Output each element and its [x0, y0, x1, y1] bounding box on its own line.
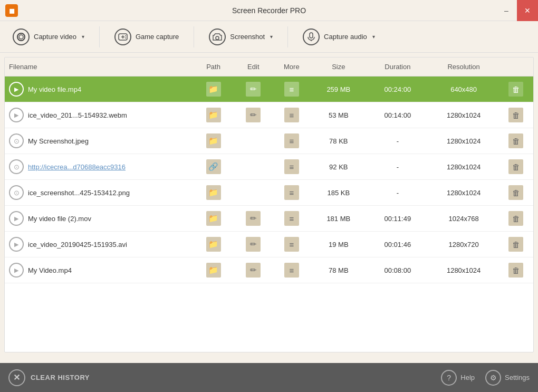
row-delete[interactable]: 🗑 [498, 180, 533, 206]
filename-text: My Screenshot.jpeg [28, 137, 89, 145]
row-more[interactable]: ≡ [273, 128, 311, 154]
row-path[interactable]: 🔗 [193, 154, 234, 180]
capture-audio-button[interactable]: Capture audio ▾ [295, 24, 382, 50]
close-button[interactable]: ✕ [517, 0, 538, 21]
capture-audio-label: Capture audio [324, 33, 367, 41]
play-icon[interactable]: ▶ [9, 82, 24, 97]
edit-icon[interactable]: ✏ [246, 82, 261, 97]
delete-icon[interactable]: 🗑 [508, 263, 523, 278]
capture-video-button[interactable]: Capture video ▾ [5, 24, 92, 50]
row-filename-group: ⊙ice_screenshot...425-153412.png [5, 180, 147, 205]
minimize-button[interactable]: – [496, 0, 517, 21]
row-path[interactable]: 📁 [193, 77, 234, 102]
file-table-container[interactable]: Filename Path Edit More Size Duration Re… [5, 58, 533, 352]
svg-point-7 [216, 36, 219, 40]
screenshot-button[interactable]: Screenshot ▾ [201, 24, 280, 50]
edit-icon[interactable]: ✏ [246, 108, 261, 122]
table-row[interactable]: ▶My video file (2).mov📁✏≡181 MB00:11:491… [5, 206, 533, 232]
title-bar: ◼ Screen Recorder PRO – ✕ [0, 0, 538, 21]
play-icon[interactable]: ▶ [9, 237, 24, 252]
table-row[interactable]: ▶My video file.mp4📁✏≡259 MB00:24:00640x4… [5, 77, 533, 102]
row-delete[interactable]: 🗑 [498, 128, 533, 154]
row-more[interactable]: ≡ [273, 77, 311, 102]
delete-icon[interactable]: 🗑 [508, 108, 523, 122]
row-delete[interactable]: 🗑 [498, 154, 533, 180]
row-edit[interactable] [234, 180, 273, 206]
row-path[interactable]: 📁 [193, 102, 234, 128]
table-row[interactable]: ▶ice_video_201...5-154932.webm📁✏≡53 MB00… [5, 102, 533, 128]
row-edit[interactable] [234, 128, 273, 154]
folder-icon[interactable]: 📁 [206, 263, 221, 278]
more-icon[interactable]: ≡ [284, 237, 299, 252]
help-button[interactable]: ? Help [441, 370, 475, 386]
row-more[interactable]: ≡ [273, 154, 311, 180]
more-icon[interactable]: ≡ [284, 82, 299, 97]
toolbar-sep-1 [99, 26, 100, 47]
table-row[interactable]: ⊙My Screenshot.jpeg📁≡78 KB-1280x1024🗑 [5, 128, 533, 154]
more-icon[interactable]: ≡ [284, 133, 299, 148]
row-path[interactable]: 📁 [193, 257, 234, 283]
row-size: 53 MB [311, 102, 366, 128]
row-delete[interactable]: 🗑 [498, 77, 533, 102]
settings-icon: ⚙ [485, 370, 501, 386]
folder-icon[interactable]: 📁 [206, 237, 221, 252]
row-edit[interactable]: ✏ [234, 206, 273, 232]
clear-history-label: CLEAR HISTORY [31, 374, 90, 381]
delete-icon[interactable]: 🗑 [508, 159, 523, 174]
more-icon[interactable]: ≡ [284, 108, 299, 122]
row-delete[interactable]: 🗑 [498, 102, 533, 128]
delete-icon[interactable]: 🗑 [508, 185, 523, 200]
play-icon[interactable]: ▶ [9, 108, 24, 122]
play-icon[interactable]: ▶ [9, 263, 24, 278]
more-icon[interactable]: ≡ [284, 185, 299, 200]
play-icon[interactable]: ▶ [9, 211, 24, 226]
row-path[interactable]: 📁 [193, 206, 234, 232]
row-delete[interactable]: 🗑 [498, 206, 533, 232]
link-icon[interactable]: 🔗 [206, 159, 221, 174]
folder-icon[interactable]: 📁 [206, 82, 221, 97]
more-icon[interactable]: ≡ [284, 159, 299, 174]
game-capture-label: Game capture [136, 33, 179, 41]
row-more[interactable]: ≡ [273, 180, 311, 206]
table-row[interactable]: ▶ice_video_20190425-151935.avi📁✏≡19 MB00… [5, 232, 533, 257]
delete-icon[interactable]: 🗑 [508, 211, 523, 226]
delete-icon[interactable]: 🗑 [508, 82, 523, 97]
more-icon[interactable]: ≡ [284, 211, 299, 226]
row-more[interactable]: ≡ [273, 257, 311, 283]
help-label: Help [460, 374, 475, 381]
svg-point-6 [125, 37, 126, 39]
row-more[interactable]: ≡ [273, 206, 311, 232]
row-delete[interactable]: 🗑 [498, 232, 533, 257]
table-row[interactable]: ⊙http://icecrea...d70688eacc9316🔗≡92 KB-… [5, 154, 533, 180]
clear-history-button[interactable]: ✕ CLEAR HISTORY [8, 369, 90, 386]
edit-icon[interactable]: ✏ [246, 263, 261, 278]
folder-icon[interactable]: 📁 [206, 133, 221, 148]
game-capture-button[interactable]: Game capture [107, 24, 186, 50]
table-row[interactable]: ⊙ice_screenshot...425-153412.png📁≡185 KB… [5, 180, 533, 206]
row-path[interactable]: 📁 [193, 232, 234, 257]
settings-button[interactable]: ⚙ Settings [485, 370, 530, 386]
more-icon[interactable]: ≡ [284, 263, 299, 278]
edit-icon[interactable]: ✏ [246, 237, 261, 252]
delete-icon[interactable]: 🗑 [508, 237, 523, 252]
row-more[interactable]: ≡ [273, 102, 311, 128]
camera-icon: ⊙ [9, 185, 24, 200]
row-edit[interactable]: ✏ [234, 257, 273, 283]
row-path[interactable]: 📁 [193, 180, 234, 206]
screenshot-label: Screenshot [230, 33, 265, 41]
row-edit[interactable]: ✏ [234, 77, 273, 102]
row-delete[interactable]: 🗑 [498, 257, 533, 283]
edit-icon[interactable]: ✏ [246, 211, 261, 226]
filename-link[interactable]: http://icecrea...d70688eacc9316 [28, 163, 126, 171]
row-edit[interactable]: ✏ [234, 232, 273, 257]
row-edit[interactable] [234, 154, 273, 180]
row-edit[interactable]: ✏ [234, 102, 273, 128]
row-path[interactable]: 📁 [193, 128, 234, 154]
folder-icon[interactable]: 📁 [206, 185, 221, 200]
table-row[interactable]: ▶My Video.mp4📁✏≡78 MB00:08:001280x1024🗑 [5, 257, 533, 283]
folder-icon[interactable]: 📁 [206, 108, 221, 122]
col-header-path: Path [193, 58, 234, 77]
row-more[interactable]: ≡ [273, 232, 311, 257]
folder-icon[interactable]: 📁 [206, 211, 221, 226]
delete-icon[interactable]: 🗑 [508, 133, 523, 148]
